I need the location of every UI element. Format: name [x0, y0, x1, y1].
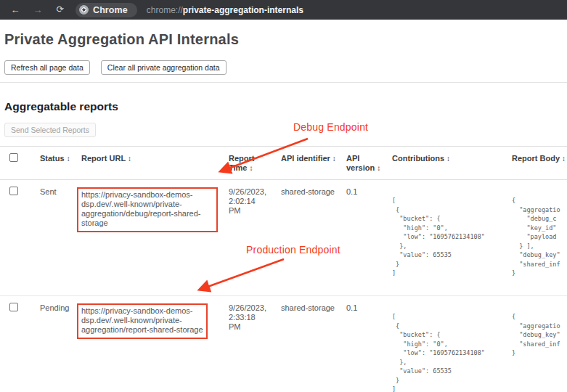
- url-host: private-aggregation-internals: [183, 5, 303, 15]
- header-contributions[interactable]: Contributions↕: [379, 147, 500, 179]
- chrome-app-badge: Chrome: [76, 3, 137, 17]
- table-row: Pending https://privacy-sandbox-demos- d…: [0, 296, 567, 392]
- status-cell: Sent: [28, 180, 70, 295]
- page-content: Private Aggregation API Internals Refres…: [0, 31, 567, 392]
- header-status[interactable]: Status↕: [28, 147, 70, 179]
- toolbar: Refresh all page data Clear all private …: [4, 60, 567, 75]
- select-all-checkbox[interactable]: [9, 153, 18, 162]
- report-url-cell: https://privacy-sandbox-demos- dsp.dev/.…: [70, 180, 218, 295]
- back-icon[interactable]: ←: [9, 0, 22, 20]
- api-version-cell: 0.1: [334, 296, 379, 392]
- reports-table: Status↕ Report URL↕ Report Time↕ API ide…: [0, 146, 567, 392]
- sort-icon: ↕: [249, 164, 253, 172]
- sort-icon: ↕: [128, 155, 131, 163]
- chrome-app-label: Chrome: [93, 5, 128, 15]
- send-selected-reports-button[interactable]: Send Selected Reports: [4, 123, 96, 137]
- page-title: Private Aggregation API Internals: [4, 31, 567, 48]
- forward-icon[interactable]: →: [31, 0, 44, 20]
- header-report-url[interactable]: Report URL↕: [70, 147, 218, 179]
- api-identifier-cell: shared-storage: [269, 296, 334, 392]
- table-header-row: Status↕ Report URL↕ Report Time↕ API ide…: [0, 147, 567, 180]
- sort-icon: ↕: [562, 155, 566, 163]
- reload-icon[interactable]: ⟳: [54, 0, 67, 20]
- header-api-version[interactable]: API version↕: [334, 147, 379, 179]
- address-bar[interactable]: chrome://private-aggregation-internals: [147, 5, 303, 15]
- report-body-json: { "aggregatio "debug_key" "shared_inf }: [512, 312, 567, 358]
- row-checkbox-cell: [0, 180, 28, 295]
- sort-icon: ↕: [446, 155, 450, 163]
- report-time-cell: 9/26/2023, 2:33:18 PM: [218, 296, 269, 392]
- table-row: Sent https://privacy-sandbox-demos- dsp.…: [0, 180, 567, 296]
- row-checkbox-cell: [0, 296, 28, 392]
- aggregatable-reports-heading: Aggregatable reports: [4, 100, 567, 113]
- url-scheme: chrome://: [147, 5, 183, 15]
- report-body-cell: { "aggregatio "debug_key" "shared_inf }: [500, 296, 567, 392]
- report-body-json: { "aggregatio "debug_c "key_id" "payload…: [512, 196, 567, 278]
- section-divider: [0, 82, 567, 83]
- production-url-highlight-box: https://privacy-sandbox-demos- dsp.dev/.…: [77, 303, 208, 339]
- chrome-logo-icon: [79, 5, 89, 15]
- refresh-all-button[interactable]: Refresh all page data: [4, 60, 90, 75]
- contributions-cell: [ { "bucket": { "high": "0", "low": "169…: [379, 296, 500, 392]
- header-api-identifier[interactable]: API identifier↕: [269, 147, 334, 179]
- report-time-cell: 9/26/2023, 2:02:14 PM: [218, 180, 269, 295]
- clear-data-button[interactable]: Clear all private aggregation data: [101, 60, 227, 75]
- contributions-json: [ { "bucket": { "high": "0", "low": "169…: [392, 312, 500, 392]
- contributions-cell: [ { "bucket": { "high": "0", "low": "169…: [379, 180, 500, 295]
- row-checkbox[interactable]: [9, 187, 18, 195]
- browser-topbar: ← → ⟳ Chrome chrome://private-aggregatio…: [0, 0, 567, 20]
- api-identifier-cell: shared-storage: [269, 180, 334, 295]
- report-body-cell: { "aggregatio "debug_c "key_id" "payload…: [500, 180, 567, 295]
- row-checkbox[interactable]: [9, 303, 18, 311]
- status-cell: Pending: [28, 296, 70, 392]
- header-checkbox-cell: [0, 147, 28, 179]
- debug-url-highlight-box: https://privacy-sandbox-demos- dsp.dev/.…: [77, 187, 218, 232]
- header-report-body[interactable]: Report Body↕: [500, 147, 567, 179]
- report-url-cell: https://privacy-sandbox-demos- dsp.dev/.…: [70, 296, 218, 392]
- contributions-json: [ { "bucket": { "high": "0", "low": "169…: [392, 196, 500, 278]
- debug-endpoint-annotation: Debug Endpoint: [293, 121, 368, 133]
- api-version-cell: 0.1: [334, 180, 379, 295]
- header-report-time[interactable]: Report Time↕: [218, 147, 269, 179]
- production-endpoint-annotation: Production Endpoint: [246, 244, 340, 256]
